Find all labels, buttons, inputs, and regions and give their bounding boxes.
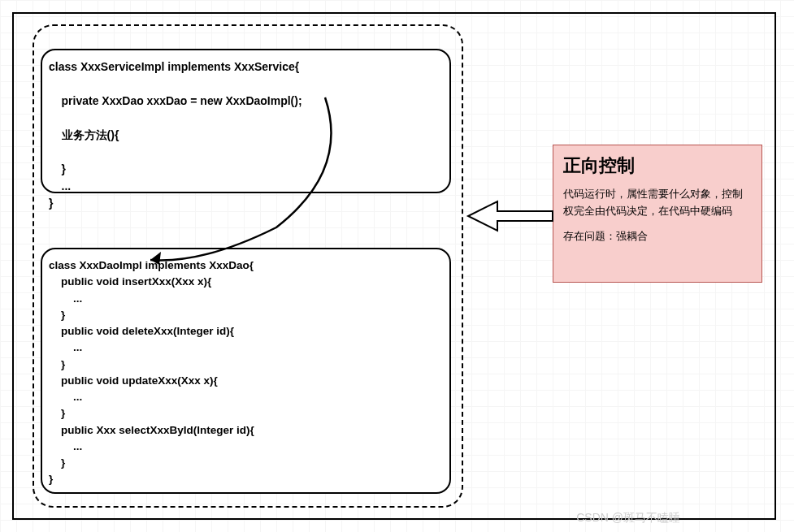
code-line: }	[49, 455, 443, 471]
code-line: public void deleteXxx(Integer id){	[49, 323, 443, 340]
code-content-1: class XxxServiceImpl implements XxxServi…	[49, 58, 443, 212]
code-line: }	[49, 307, 443, 323]
code-line: }	[49, 161, 443, 178]
code-line: public void insertXxx(Xxx x){	[49, 274, 443, 290]
code-line: }	[49, 357, 443, 373]
code-line: ...	[49, 340, 443, 356]
code-line: ...	[49, 389, 443, 405]
callout-footer: 存在问题：强耦合	[563, 228, 752, 245]
code-line	[49, 76, 443, 93]
code-line: }	[49, 195, 443, 212]
code-line	[49, 144, 443, 161]
code-line: ...	[49, 178, 443, 195]
watermark: CSDN @斑马不瞌睡	[576, 511, 680, 526]
code-content-2: class XxxDaoImpl implements XxxDao{ publ…	[49, 257, 443, 488]
code-line: class XxxDaoImpl implements XxxDao{	[49, 257, 443, 274]
code-line: class XxxServiceImpl implements XxxServi…	[49, 58, 443, 76]
code-line: }	[49, 405, 443, 422]
code-line: ...	[49, 439, 443, 455]
dao-code-box: class XxxDaoImpl implements XxxDao{ publ…	[41, 248, 451, 494]
code-line: ...	[49, 291, 443, 307]
callout-title: 正向控制	[563, 154, 752, 178]
code-line: public Xxx selectXxxById(Integer id){	[49, 422, 443, 439]
code-line: public void updateXxx(Xxx x){	[49, 373, 443, 389]
code-line: 业务方法(){	[49, 127, 443, 144]
code-line: }	[49, 471, 443, 487]
service-code-box: class XxxServiceImpl implements XxxServi…	[41, 49, 451, 193]
code-line	[49, 110, 443, 127]
callout-body: 代码运行时，属性需要什么对象，控制权完全由代码决定，在代码中硬编码	[563, 186, 752, 220]
callout-box: 正向控制 代码运行时，属性需要什么对象，控制权完全由代码决定，在代码中硬编码 存…	[553, 145, 762, 283]
code-line: private XxxDao xxxDao = new XxxDaoImpl()…	[49, 93, 443, 110]
